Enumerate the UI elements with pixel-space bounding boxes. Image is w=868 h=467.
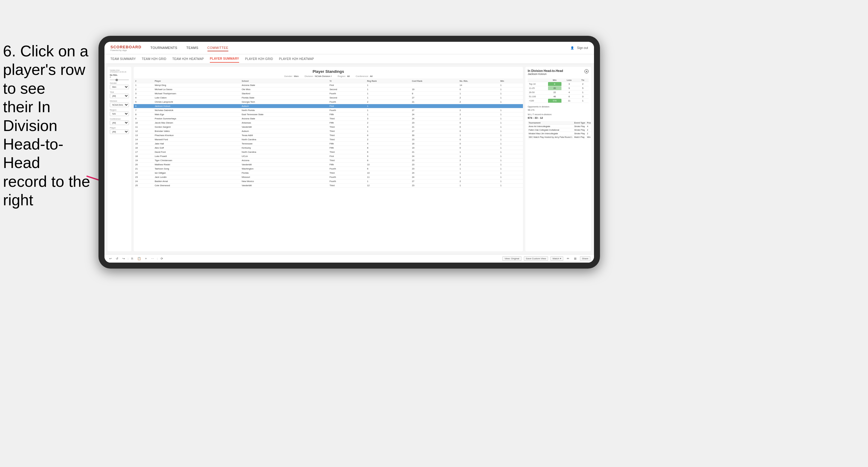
table-row[interactable]: 23 Jack Lundin Missouri Fourth 11 24 1 1	[134, 175, 523, 179]
top-nav: SCOREBOARD Powered by clippi TOURNAMENTS…	[104, 42, 594, 54]
watch-button[interactable]: Watch ▾	[550, 256, 563, 261]
close-button[interactable]: ✕	[584, 69, 589, 73]
cell-win: 1	[499, 150, 523, 154]
cell-rds: 1	[458, 154, 499, 158]
undo-button[interactable]: ↩	[108, 256, 113, 261]
table-row[interactable]: 1 Wenyi Ding Arizona State First 1 14 1	[134, 83, 523, 87]
table-row[interactable]: 15 Jake Hall Tennessee Fifth 4 16 0 1	[134, 142, 523, 146]
sub-nav-team-h2h-grid[interactable]: TEAM H2H GRID	[142, 56, 166, 62]
cell-player: Michael Thorbjornsen	[153, 92, 240, 96]
cell-conf: 16	[410, 142, 458, 146]
update-time: Update time: 27/03/2024 16:56:26	[110, 69, 129, 73]
region-select[interactable]: N/A	[110, 112, 129, 116]
table-row[interactable]: 25 Cole Sherwood Vanderbilt Third 12 23 …	[134, 184, 523, 188]
cell-conf: 27	[410, 129, 458, 133]
sub-nav-player-h2h-grid[interactable]: PLAYER H2H GRID	[245, 56, 273, 62]
cell-player: Cole Sherwood	[153, 184, 240, 188]
table-row[interactable]: 13 Phachara Khonkun Texas A&M Third 6 30…	[134, 133, 523, 137]
table-row[interactable]: 21 Taehoon Song Washington Fourth 6 23 1…	[134, 167, 523, 171]
division-select[interactable]: NCAA Division I	[110, 103, 129, 107]
table-row[interactable]: 10 Jacob Mac Diesen Arkansas Fifth 2 23 …	[134, 121, 523, 125]
cell-conf: 8	[410, 92, 458, 96]
table-row[interactable]: 12 Brendan Valles Auburn Third 1 27 0 1	[134, 129, 523, 133]
col-school: School	[240, 79, 328, 83]
table-row[interactable]: 3 Michael Thorbjornsen Stanford Fourth 1…	[134, 92, 523, 96]
cell-school: Florida State	[240, 96, 328, 100]
table-row[interactable]: 8 Mats Ege East Tennessee State Fifth 1 …	[134, 113, 523, 117]
cell-player: Alex Goff	[153, 146, 240, 150]
cell-num: 15	[134, 142, 153, 146]
sub-nav-team-h2h-heatmap[interactable]: TEAM H2H HEATMAP	[172, 56, 204, 62]
grid-button[interactable]: ⊞	[573, 256, 578, 261]
cell-player: Luke Claton	[153, 96, 240, 100]
cell-rds: 1	[458, 92, 499, 96]
add-button[interactable]: +	[144, 256, 148, 261]
cell-num: 10	[134, 121, 153, 125]
table-row[interactable]: 5 Christo Lamprecht Georgia Tech Fourth …	[134, 100, 523, 104]
col-conf-rank: Conf Rank	[410, 79, 458, 83]
table-row[interactable]: 17 David Ford North Carolina Third 6 21 …	[134, 150, 523, 154]
cell-num: 21	[134, 167, 153, 171]
bottom-toolbar: ↩ ↺ ↪ | ⎘ 📋 + ⋯ | ⟳ View: Original Save …	[104, 254, 594, 262]
h2h-opponents-label: Opponents in division:	[528, 105, 589, 108]
cell-win: 1	[499, 167, 523, 171]
table-row[interactable]: 19 Tiger Christensen Arizona Third 8 23 …	[134, 158, 523, 163]
cell-num: 17	[134, 150, 153, 154]
more-button[interactable]: ⋯	[150, 256, 155, 261]
table-row[interactable]: 14 Maxwell Ford North Carolina Third 2 2…	[134, 137, 523, 142]
table-row[interactable]: 9 Preston Summerhays Arizona State Third…	[134, 117, 523, 121]
sub-nav-player-h2h-heatmap[interactable]: PLAYER H2H HEATMAP	[279, 56, 314, 62]
year-select[interactable]: (All)	[110, 94, 129, 98]
player-select[interactable]: (All)	[110, 129, 129, 134]
slider-bar[interactable]	[110, 80, 129, 80]
cell-school: East Tennessee State	[240, 113, 328, 117]
gender-select[interactable]: Men	[110, 85, 129, 89]
sub-nav-player-summary[interactable]: PLAYER SUMMARY	[210, 55, 239, 63]
cell-win: 1	[499, 108, 523, 113]
table-row[interactable]: 2 Michael La Sasso Ole Miss Second 1 19 …	[134, 87, 523, 92]
table-row[interactable]: 20 Matthew Riedel Vanderbilt Fifth 10 23…	[134, 163, 523, 167]
sub-nav-team-summary[interactable]: TEAM SUMMARY	[111, 56, 136, 62]
nav-committee[interactable]: COMMITTEE	[208, 45, 229, 51]
share-button[interactable]: Share	[580, 256, 590, 261]
refresh-button[interactable]: ⟳	[159, 256, 164, 261]
save-custom-button[interactable]: Save Custom View	[524, 256, 548, 261]
cell-reg: 8	[366, 146, 410, 150]
table-row[interactable]: 11 Gordon Sargent Vanderbilt Third 4 21 …	[134, 125, 523, 129]
annotate-button[interactable]: ✏	[566, 256, 570, 261]
cell-reg: 4	[366, 125, 410, 129]
col-reg-rank: Reg Rank	[366, 79, 410, 83]
table-row[interactable]: 7 Nicholas Gabrelcik North Florida Fourt…	[134, 108, 523, 113]
conference-select[interactable]: (All)	[110, 121, 129, 125]
table-row[interactable]: 16 Alex Goff Kentucky Fifth 8 19 0 1	[134, 146, 523, 150]
cell-yr: Third	[328, 133, 366, 137]
paste-button[interactable]: 📋	[136, 256, 142, 261]
nav-teams[interactable]: TEAMS	[186, 45, 198, 51]
table-row[interactable]: 22 Ian Gilligan Florida Third 10 24 1 1	[134, 171, 523, 175]
table-row[interactable]: 24 Bastien Amat New Mexico Fourth 1 27 2…	[134, 179, 523, 184]
cell-player: Brendan Valles	[153, 129, 240, 133]
cell-win: 1	[499, 83, 523, 87]
cell-player: Luke Powell	[153, 154, 240, 158]
cell-win: 1	[499, 137, 523, 142]
sign-out-link[interactable]: Sign out	[577, 46, 588, 50]
cell-rds: 2	[458, 179, 499, 184]
nav-right: 👤 Sign out	[570, 46, 588, 50]
table-row[interactable]: 4 Luke Claton Florida State Second 1 27 …	[134, 96, 523, 100]
cell-school: Arkansas	[240, 121, 328, 125]
forward-button[interactable]: ↪	[121, 256, 126, 261]
cell-school: Auburn	[240, 129, 328, 133]
copy-button[interactable]: ⎘	[130, 256, 134, 261]
table-row[interactable]: 18 Luke Powell UCLA First 9 24 1 1	[134, 154, 523, 158]
cell-num: 4	[134, 96, 153, 100]
cell-school: UCLA	[240, 154, 328, 158]
cell-win: 1	[499, 133, 523, 137]
nav-tournaments[interactable]: TOURNAMENTS	[150, 45, 177, 51]
redo-button[interactable]: ↺	[115, 256, 119, 261]
table-row[interactable]: 6 Jackson Koivun Auburn First 1	[134, 104, 523, 108]
cell-school: North Florida	[240, 108, 328, 113]
cell-rds: 0	[458, 146, 499, 150]
cell-win: 1	[499, 184, 523, 188]
view-original-button[interactable]: View: Original	[502, 256, 521, 261]
toolbar-right: View: Original Save Custom View Watch ▾ …	[502, 256, 590, 261]
